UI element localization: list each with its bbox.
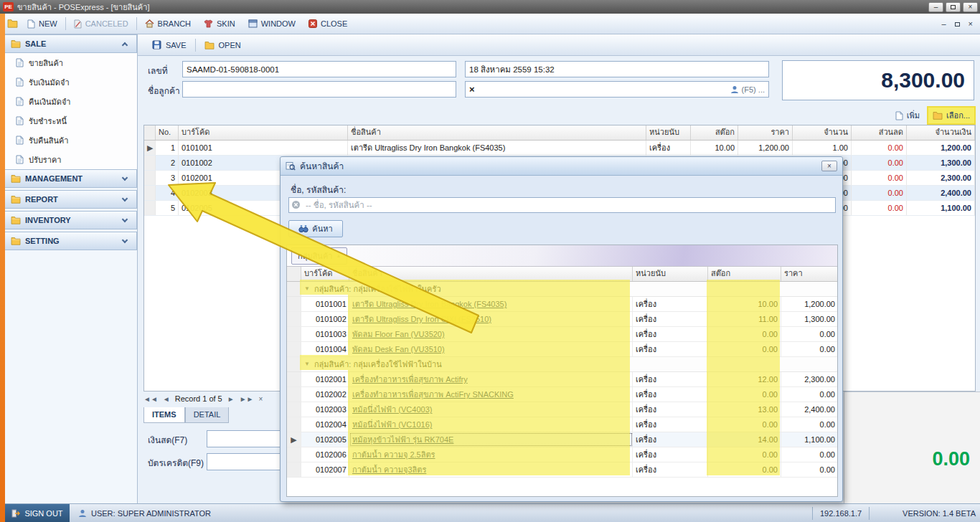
product-row[interactable]: 0102001เครื่องทำอาหารเพื่อสุขภาพ Actifry… [287,372,837,387]
group-row[interactable]: ▼กลุ่มสินค้า: กลุ่มเครื่องใช้ไฟฟ้าในครัว [287,282,837,297]
cell-price: 0.00 [781,387,838,402]
person-icon [730,85,739,94]
cell-unit: เครื่อง [633,327,708,341]
row-indicator [287,372,301,386]
dialog-close-button[interactable]: × [821,161,837,171]
sidebar-item[interactable]: รับเงินมัดจำ [5,72,137,92]
doc-date-input[interactable] [465,61,769,77]
sidebar-section-sale[interactable]: SALE [5,34,137,53]
cell-name[interactable]: หม้อนึ่งไฟฟ้า (VC4003) [349,402,633,417]
dialog-titlebar[interactable]: ค้นหาสินค้า × [281,157,842,176]
product-row[interactable]: 0102002เครื่องทำอาหารเพื่อสุขภาพ ActiFry… [287,387,837,402]
column-header-barcode[interactable]: บาร์โค้ด [179,125,348,140]
clear-search-icon[interactable] [291,200,301,211]
credit-label: บัตรเครดิต(F9) [148,456,204,470]
nav-last-button[interactable]: ►► [240,395,254,403]
sidebar-item[interactable]: รับชำระหนี้ [5,111,137,130]
menu-new[interactable]: NEW [21,16,64,32]
menu-skin[interactable]: SKIN [197,16,242,32]
product-row[interactable]: 0102006กาต้มน้ำ ความจุ 2.5ลิตรเครื่อง0.0… [287,447,837,462]
column-header-barcode[interactable]: บาร์โค้ด [301,267,349,281]
sidebar-item[interactable]: ขายสินค้า [5,53,137,72]
sidebar-section-management[interactable]: MANAGEMENT [5,169,137,188]
cell-stock: 12.00 [708,372,781,386]
group-by-chip[interactable]: กลุ่มสินค้า ▲ [291,247,347,265]
select-product-button[interactable]: เลือก... [928,108,974,123]
sidebar-section-inventory[interactable]: INVENTORY [5,211,137,229]
product-row[interactable]: 0101003พัดลม Floor Fan (VU3520)เครื่อง0.… [287,327,837,342]
doc-no-input[interactable] [182,61,456,77]
product-row[interactable]: 0102003หม้อนึ่งไฟฟ้า (VC4003)เครื่อง13.0… [287,402,837,417]
cell-name[interactable]: หม้อนึ่งไฟฟ้า (VC1016) [349,417,633,432]
sidebar-item[interactable]: ปรับราคา [5,150,137,169]
search-button[interactable]: ค้นหา [288,220,343,237]
cell-name[interactable]: กาต้มน้ำ ความจุ3ลิตร [349,462,633,477]
cell-name[interactable]: เตารีด Ultragliss Dry Iron CIXI (FS2510) [349,312,633,326]
sidebar-item[interactable]: คืนเงินมัดจำ [5,92,137,111]
cell-discount: 0.00 [852,156,907,170]
column-header-no[interactable]: No. [156,125,179,140]
change-panel: 0.00 [844,392,980,503]
product-row[interactable]: 0101002เตารีด Ultragliss Dry Iron CIXI (… [287,312,837,327]
select-label: เลือก... [946,109,970,122]
menu-close[interactable]: CLOSE [302,16,354,32]
menu-window[interactable]: WINDOW [242,16,302,32]
table-row[interactable]: ▶10101001เตารีด Ultragliss Dry Iron Bang… [144,141,975,156]
nav-next-button[interactable]: ► [227,395,235,403]
cell-barcode: 0102007 [301,462,349,477]
cell-name[interactable]: พัดลม Floor Fan (VU3520) [349,327,633,341]
group-row[interactable]: ▼กลุ่มสินค้า: กลุ่มเครื่องใช้ไฟฟ้าในบ้าน [287,357,837,372]
cell-name[interactable]: เครื่องทำอาหารเพื่อสุขภาพ ActiFry SNACKI… [349,387,633,402]
menu-canceled[interactable]: CANCELED [67,16,135,32]
column-header-amount[interactable]: จำนวนเงิน [907,125,975,140]
cell-name[interactable]: หม้อหุงข้าวไฟฟ้า รุ่น RK704E [349,432,633,447]
child-minimize-button[interactable]: – [941,19,946,28]
product-search-input[interactable] [288,197,836,213]
tab-items[interactable]: ITEMS [143,407,185,423]
column-header-qty[interactable]: จำนวน [793,125,852,140]
column-header-name[interactable]: ชื่อสินค้า [348,125,646,140]
minimize-button[interactable]: – [928,2,943,12]
column-header-name[interactable]: ชื่อสินค้า [349,267,633,281]
column-header-stock[interactable]: สต๊อก [708,267,781,281]
save-button[interactable]: SAVE [145,37,194,53]
product-row[interactable]: 0101004พัดลม Desk Fan (VU3510)เครื่อง0.0… [287,342,837,357]
cell-name[interactable]: พัดลม Desk Fan (VU3510) [349,342,633,356]
product-row[interactable]: 0101001เตารีด Ultragliss Dry Iron Bangko… [287,297,837,312]
open-folder-icon[interactable] [7,19,18,29]
collapse-group-icon[interactable]: ▼ [304,357,310,371]
clear-customer-icon[interactable]: × [469,85,475,94]
cell-name[interactable]: เตารีด Ultragliss Dry Iron Bangkok (FS40… [349,297,633,311]
column-header-price[interactable]: ราคา [781,267,838,281]
sidebar-section-setting[interactable]: SETTING [5,232,137,250]
nav-delete-button[interactable]: × [258,395,263,403]
add-row-button[interactable]: เพิ่ม [891,108,924,123]
product-row[interactable]: 0102007กาต้มน้ำ ความจุ3ลิตรเครื่อง0.000.… [287,462,837,478]
cell-name[interactable]: เครื่องทำอาหารเพื่อสุขภาพ Actifry [349,372,633,386]
column-header-unit[interactable]: หน่วยนับ [633,267,708,281]
sidebar-section-report[interactable]: REPORT [5,190,137,209]
open-button[interactable]: OPEN [197,37,248,53]
collapse-group-icon[interactable]: ▼ [304,282,310,296]
sidebar-item[interactable]: รับคืนสินค้า [5,130,137,150]
column-header-unit[interactable]: หน่วยนับ [646,125,691,140]
column-header-price[interactable]: ราคา [738,125,793,140]
customer-code-input[interactable] [182,81,456,98]
sign-out-button[interactable]: SIGN OUT [5,504,70,522]
child-close-button[interactable]: × [969,19,973,28]
version-label: VERSION: 1.4 BETA [903,509,976,518]
customer-name-field[interactable]: × (F5) ... [465,81,769,98]
restore-button[interactable] [946,2,961,12]
product-row[interactable]: 0102004หม้อนึ่งไฟฟ้า (VC1016)เครื่อง0.00… [287,417,837,432]
product-row[interactable]: ▶0102005หม้อหุงข้าวไฟฟ้า รุ่น RK704Eเครื… [287,432,837,447]
nav-first-button[interactable]: ◄◄ [143,395,158,403]
folder-icon [11,237,21,245]
tab-detail[interactable]: DETAIL [185,407,230,423]
nav-prev-button[interactable]: ◄ [163,395,170,403]
cell-name[interactable]: กาต้มน้ำ ความจุ 2.5ลิตร [349,447,633,462]
column-header-stock[interactable]: สต๊อก [691,125,738,140]
column-header-discount[interactable]: ส่วนลด [852,125,907,140]
close-button[interactable]: × [963,2,978,12]
menu-branch[interactable]: BRANCH [138,16,197,32]
child-restore-button[interactable] [955,19,960,28]
